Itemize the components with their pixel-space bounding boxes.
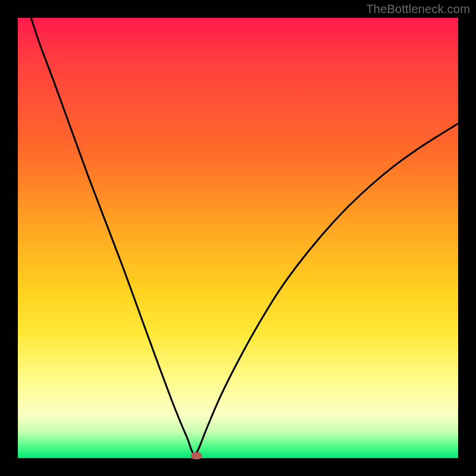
chart-frame: TheBottleneck.com (0, 0, 476, 476)
bottleneck-curve (18, 18, 458, 458)
attribution-text: TheBottleneck.com (366, 2, 470, 16)
optimal-point-marker (191, 452, 202, 459)
